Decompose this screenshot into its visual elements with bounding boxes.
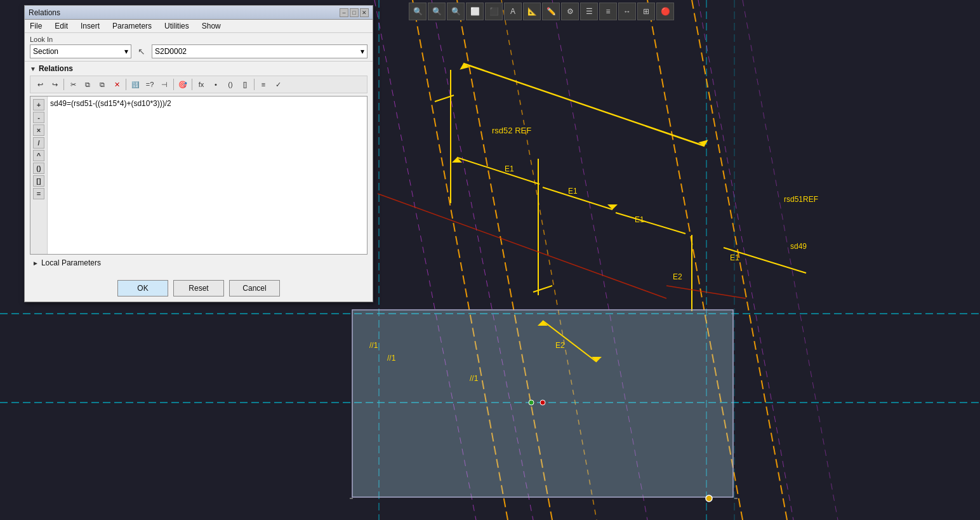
combo-dropdown-arrow: ▾ (124, 47, 128, 56)
toolbar-separator-4 (192, 79, 192, 90)
svg-text:sd49: sd49 (790, 242, 807, 251)
toolbar-separator-2 (126, 79, 126, 90)
tb-ops-btn[interactable]: ⚙ (561, 3, 579, 20)
op-divide[interactable]: / (33, 137, 44, 149)
local-params-arrow[interactable]: ► (32, 260, 39, 267)
function-btn[interactable]: fx (194, 77, 208, 91)
target-btn[interactable]: 🎯 (176, 77, 190, 91)
svg-text:E1: E1 (635, 215, 644, 224)
dialog-title: Relations (29, 8, 60, 17)
undo-button[interactable]: ↩ (33, 77, 47, 91)
reset-button[interactable]: Reset (173, 280, 224, 297)
tb-magnify-btn[interactable]: 🔍 (409, 3, 427, 20)
svg-point-40 (706, 495, 712, 502)
relations-header: ▼ Relations (30, 64, 368, 73)
number-btn[interactable]: 🔢 (128, 77, 142, 91)
toolbar-separator-5 (254, 79, 255, 90)
dialog-titlebar: Relations – □ ✕ (25, 6, 373, 20)
svg-text:rsd51REF: rsd51REF (784, 195, 818, 204)
svg-text:rsd52 REF: rsd52 REF (492, 126, 531, 135)
expression-content: sd49=(rsd51-((sd15*4)+(sd10*3)))/2 (50, 99, 171, 108)
tb-text-btn[interactable]: A (504, 3, 522, 20)
cursor-icon: ↖ (135, 45, 148, 58)
tb-select-btn[interactable]: ⬜ (466, 3, 484, 20)
svg-point-39 (540, 400, 545, 405)
titlebar-buttons: – □ ✕ (340, 8, 369, 17)
tb-misc5-btn[interactable]: 🔴 (656, 3, 674, 20)
tb-dim-btn[interactable]: 📐 (523, 3, 541, 20)
svg-text://1: //1 (369, 341, 378, 350)
expression-text-area[interactable]: sd49=(rsd51-((sd15*4)+(sd10*3)))/2 (48, 97, 367, 254)
value-dropdown-arrow: ▾ (361, 47, 364, 56)
delete-button[interactable]: ✕ (110, 77, 124, 91)
relations-section-label: Relations (39, 64, 73, 73)
tb-edit-btn[interactable]: ✏️ (542, 3, 560, 20)
copy-button[interactable]: ⧉ (81, 77, 95, 91)
tb-misc3-btn[interactable]: ↔ (618, 3, 636, 20)
op-brackets[interactable]: [] (33, 175, 44, 187)
ok-button[interactable]: OK (117, 280, 168, 297)
close-button[interactable]: ✕ (360, 8, 369, 17)
op-equals[interactable]: = (33, 188, 44, 199)
relations-dialog: Relations – □ ✕ File Edit Insert Paramet… (24, 5, 373, 302)
op-parens[interactable]: () (33, 163, 44, 174)
tb-misc4-btn[interactable]: ⊞ (637, 3, 655, 20)
operator-buttons: + - × / ^ () [] = (30, 97, 48, 254)
tb-mode-btn[interactable]: ⬛ (485, 3, 503, 20)
svg-text:E2: E2 (673, 272, 682, 281)
tb-misc1-btn[interactable]: ☰ (580, 3, 598, 20)
menu-show[interactable]: Show (199, 21, 223, 31)
cut-button[interactable]: ✂ (66, 77, 80, 91)
op-times[interactable]: × (33, 124, 44, 136)
bracket-btn[interactable]: [] (238, 77, 252, 91)
expression-area: + - × / ^ () [] = sd49=(rsd51-((sd15*4)+… (30, 96, 368, 255)
menu-parameters[interactable]: Parameters (110, 21, 154, 31)
menu-insert[interactable]: Insert (78, 21, 102, 31)
op-power[interactable]: ^ (33, 150, 44, 161)
button-row: OK Reset Cancel (25, 276, 373, 302)
dot-btn[interactable]: • (209, 77, 223, 91)
value-field-text: S2D0002 (155, 47, 187, 56)
op-minus[interactable]: - (33, 112, 44, 123)
tb-zoom-in-btn[interactable]: 🔍 (428, 3, 446, 20)
menu-utilities[interactable]: Utilities (162, 21, 192, 31)
look-in-row: Section ▾ ↖ S2D0002 ▾ (30, 44, 368, 58)
tb-misc2-btn[interactable]: ≡ (599, 3, 617, 20)
local-params-label: Local Parameters (41, 258, 101, 267)
menu-edit[interactable]: Edit (52, 21, 70, 31)
cancel-button[interactable]: Cancel (229, 280, 280, 297)
restrict-btn[interactable]: ⊣ (157, 77, 171, 91)
op-plus[interactable]: + (33, 99, 44, 110)
verify-btn[interactable]: =? (143, 77, 157, 91)
svg-text://1: //1 (387, 354, 396, 363)
svg-text:E1: E1 (568, 187, 578, 196)
relations-section: ▼ Relations ↩ ↪ ✂ ⧉ ⧉ ✕ 🔢 =? ⊣ 🎯 fx • ()… (25, 62, 373, 276)
menu-file[interactable]: File (27, 21, 44, 31)
paste-button[interactable]: ⧉ (95, 77, 109, 91)
paren-btn[interactable]: () (223, 77, 237, 91)
svg-text://1: //1 (470, 374, 479, 383)
svg-text:E2: E2 (555, 341, 565, 350)
look-in-combo-value: Section (33, 47, 58, 56)
menu-bar: File Edit Insert Parameters Utilities Sh… (25, 20, 373, 33)
maximize-button[interactable]: □ (350, 8, 359, 17)
look-in-section: Look In Section ▾ ↖ S2D0002 ▾ (25, 33, 373, 62)
svg-text:E1: E1 (505, 164, 514, 173)
local-params-section: ► Local Parameters (30, 257, 368, 269)
relations-collapse-arrow[interactable]: ▼ (30, 65, 36, 72)
svg-text:E1: E1 (730, 253, 739, 262)
look-in-value-field[interactable]: S2D0002 ▾ (152, 44, 368, 58)
redo-button[interactable]: ↪ (48, 77, 62, 91)
check-btn[interactable]: ✓ (271, 77, 285, 91)
look-in-combo[interactable]: Section ▾ (30, 44, 131, 58)
look-in-label: Look In (30, 36, 368, 43)
filter-btn[interactable]: ≡ (256, 77, 270, 91)
relations-toolbar: ↩ ↪ ✂ ⧉ ⧉ ✕ 🔢 =? ⊣ 🎯 fx • () [] ≡ ✓ (30, 76, 368, 93)
screen-toolbar: 🔍 🔍 🔍 ⬜ ⬛ A 📐 ✏️ ⚙ ☰ ≡ ↔ ⊞ 🔴 (406, 0, 677, 23)
minimize-button[interactable]: – (340, 8, 348, 17)
toolbar-separator-3 (173, 79, 174, 90)
toolbar-separator-1 (63, 79, 64, 90)
tb-zoom-out-btn[interactable]: 🔍 (447, 3, 465, 20)
svg-point-38 (529, 400, 534, 405)
